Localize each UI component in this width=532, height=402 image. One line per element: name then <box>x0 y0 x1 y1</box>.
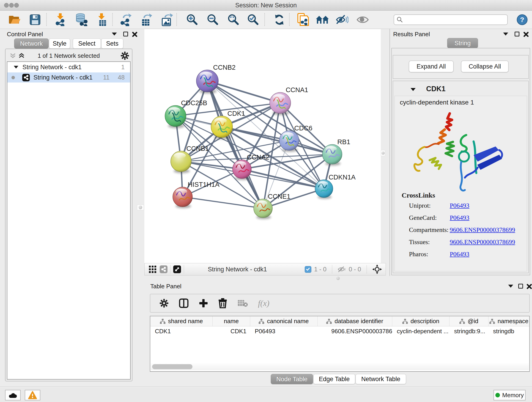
gene-collapse-icon[interactable] <box>411 88 416 91</box>
scrollbar-thumb[interactable] <box>152 364 192 369</box>
network-node-CCNE1[interactable]: CCNE1 <box>254 193 291 219</box>
network-options-gear-icon[interactable] <box>120 51 129 60</box>
crosslink-value-link[interactable]: P06493 <box>450 202 524 214</box>
tab-string-results[interactable]: String <box>447 38 478 48</box>
horizontal-splitter-handle[interactable] <box>336 277 340 280</box>
network-node-CDKN1A[interactable]: CDKN1A <box>315 173 356 199</box>
network-tree-root-row[interactable]: String Network - cdk1 1 <box>7 62 130 72</box>
copy-network-document-icon <box>298 13 309 26</box>
column-header[interactable]: name <box>213 316 250 326</box>
network-node-CDK1[interactable]: CDK1 <box>211 110 245 139</box>
crosslinks-title: CrossLinks <box>402 191 435 199</box>
cloud-status-button[interactable] <box>5 390 21 400</box>
panel-close-icon[interactable] <box>523 32 529 37</box>
show-all-button[interactable] <box>355 13 371 27</box>
table-horizontal-scrollbar[interactable] <box>151 363 529 370</box>
tab-edge-table[interactable]: Edge Table <box>313 374 355 384</box>
network-node-HIST1H1A[interactable]: HIST1H1A <box>173 181 220 208</box>
import-network-icon <box>55 13 67 26</box>
network-edge-CCNB2-CCNE1[interactable] <box>207 81 263 208</box>
search-input[interactable] <box>405 16 501 23</box>
network-view-string-icon[interactable] <box>160 265 167 273</box>
panel-float-icon[interactable] <box>515 32 519 36</box>
first-neighbors-button[interactable] <box>314 13 330 27</box>
cell-namespace[interactable]: stringdb <box>488 326 529 336</box>
search-field[interactable] <box>394 14 508 25</box>
network-edge-HIST1H1A-CCNE1[interactable] <box>183 197 263 208</box>
column-header[interactable]: @id <box>450 316 488 326</box>
hide-selection-button[interactable] <box>334 13 350 27</box>
delete-column-trash-icon[interactable] <box>218 298 227 308</box>
network-graph[interactable]: CCNB2CCNA1CDC25BCDK1CDC6RB1CCNB1CCNA2CDK… <box>144 29 381 263</box>
close-window-button[interactable] <box>4 3 9 7</box>
show-columns-icon[interactable] <box>179 298 189 308</box>
hidden-eye-slash-icon[interactable] <box>338 266 346 273</box>
results-panel-divider[interactable] <box>389 29 390 276</box>
save-session-button[interactable] <box>27 13 43 27</box>
cell-description[interactable]: cyclin-dependent ... <box>392 326 450 336</box>
panel-menu-icon[interactable] <box>503 32 508 36</box>
vertical-splitter-handle[interactable] <box>137 205 144 210</box>
zoom-fit-button[interactable] <box>225 13 241 27</box>
cell-canonical-name[interactable]: P06493 <box>250 326 317 336</box>
panel-float-icon[interactable] <box>123 32 128 36</box>
help-button[interactable]: ? <box>514 13 530 27</box>
crosslink-value-link[interactable]: P06493 <box>450 250 524 263</box>
export-image-button[interactable] <box>159 13 175 27</box>
cell-database-identifier[interactable]: 9606.ENSP00000378699 <box>317 326 392 336</box>
panel-menu-icon[interactable] <box>112 32 117 36</box>
column-header[interactable]: database identifier <box>317 316 392 326</box>
warnings-button[interactable] <box>25 390 40 400</box>
cell-name[interactable]: CDK1 <box>213 326 250 336</box>
collapse-all-button[interactable]: Collapse All <box>461 61 509 72</box>
network-tree-row-selected[interactable]: String Network - cdk1 11 48 <box>7 72 130 83</box>
panel-close-icon[interactable] <box>132 32 138 37</box>
show-grid-button[interactable] <box>149 265 157 273</box>
column-header[interactable]: shared name <box>150 316 213 326</box>
tab-network[interactable]: Network <box>14 38 49 49</box>
export-table-button[interactable] <box>138 13 154 27</box>
panel-float-icon[interactable] <box>518 284 523 288</box>
tree-expander-icon[interactable] <box>14 66 18 69</box>
apply-layout-button[interactable] <box>271 13 287 27</box>
zoom-selected-button[interactable] <box>245 13 261 27</box>
tab-network-table[interactable]: Network Table <box>355 374 406 384</box>
tab-node-table[interactable]: Node Table <box>271 374 313 384</box>
memory-button[interactable]: Memory <box>494 390 526 400</box>
new-network-from-selection-button[interactable] <box>295 13 311 27</box>
panel-close-icon[interactable] <box>526 284 532 289</box>
export-network-button[interactable] <box>118 13 134 27</box>
tab-sets[interactable]: Sets <box>101 38 123 49</box>
zoom-out-button[interactable] <box>205 13 221 27</box>
import-network-from-database-button[interactable] <box>73 13 89 27</box>
panel-menu-icon[interactable] <box>508 285 513 288</box>
column-header[interactable]: namespace <box>488 316 529 326</box>
cell-id[interactable]: stringdb:9... <box>450 326 488 336</box>
column-header[interactable]: description <box>392 316 450 326</box>
cell-shared-name[interactable]: CDK1 <box>150 326 213 336</box>
add-column-icon[interactable] <box>199 299 208 308</box>
network-node-RB1[interactable]: RB1 <box>322 138 350 166</box>
expand-all-button[interactable]: Expand All <box>409 61 454 72</box>
import-table-from-file-button[interactable] <box>94 13 110 27</box>
minimize-window-button[interactable] <box>9 3 14 7</box>
detach-view-button[interactable] <box>173 265 181 273</box>
column-header[interactable]: canonical name <box>250 316 317 326</box>
network-canvas[interactable]: CCNB2CCNA1CDC25BCDK1CDC6RB1CCNB1CCNA2CDK… <box>144 29 381 263</box>
table-options-gear-icon[interactable] <box>159 299 169 308</box>
selected-indicator-checkbox[interactable] <box>305 266 311 273</box>
zoom-window-button[interactable] <box>14 3 19 7</box>
crosslink-value-link[interactable]: 9606.ENSP00000378699 <box>450 226 524 238</box>
crosslink-label: GeneCard: <box>409 214 437 226</box>
network-edge-CCNB2-CCNA1[interactable] <box>207 81 280 103</box>
table-row[interactable]: CDK1 CDK1 P06493 9606.ENSP00000378699 cy… <box>150 326 529 336</box>
tab-style[interactable]: Style <box>49 38 70 49</box>
vertical-splitter-handle[interactable] <box>381 150 385 156</box>
crosslink-value-link[interactable]: 9606.ENSP00000378699 <box>450 238 524 250</box>
open-session-button[interactable] <box>6 13 22 27</box>
tab-select[interactable]: Select <box>73 38 101 49</box>
zoom-in-button[interactable] <box>184 13 200 27</box>
import-network-from-file-button[interactable] <box>53 13 69 27</box>
birds-eye-view-icon[interactable] <box>372 264 382 274</box>
crosslink-value-link[interactable]: P06493 <box>450 214 524 226</box>
